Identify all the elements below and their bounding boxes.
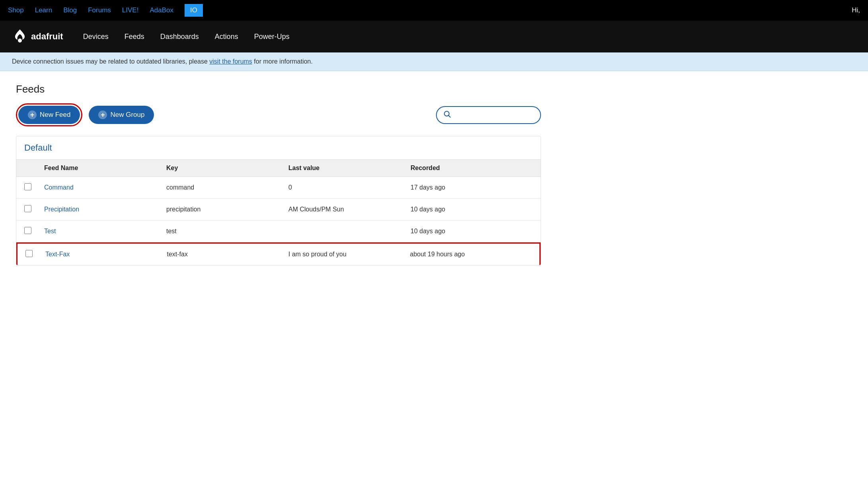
feed-recorded-command: 17 days ago bbox=[411, 184, 533, 191]
table-row: Test test 10 days ago bbox=[16, 221, 541, 242]
feed-value-text-fax: I am so proud of you bbox=[288, 251, 410, 258]
table-row: Precipitation precipitation AM Clouds/PM… bbox=[16, 199, 541, 221]
page-content: Feeds + New Feed + New Group Default bbox=[0, 71, 557, 277]
nav-live[interactable]: LIVE! bbox=[122, 6, 139, 14]
info-banner-text: Device connection issues may be related … bbox=[12, 58, 209, 65]
feed-link-command[interactable]: Command bbox=[44, 184, 74, 191]
nav-devices[interactable]: Devices bbox=[83, 33, 109, 41]
feed-name-precipitation: Precipitation bbox=[44, 206, 166, 213]
main-nav: Devices Feeds Dashboards Actions Power-U… bbox=[83, 33, 290, 41]
row-checkbox-command[interactable] bbox=[24, 183, 44, 192]
feed-name-command: Command bbox=[44, 184, 166, 191]
page-title: Feeds bbox=[16, 83, 541, 95]
top-nav-links: Shop Learn Blog Forums LIVE! AdaBox IO bbox=[8, 4, 203, 17]
nav-actions[interactable]: Actions bbox=[215, 33, 238, 41]
top-nav-greeting: Hi, bbox=[852, 6, 860, 14]
plus-icon: + bbox=[28, 110, 37, 119]
svg-line-2 bbox=[449, 115, 451, 117]
col-header-key: Key bbox=[166, 165, 288, 172]
new-feed-wrapper: + New Feed bbox=[16, 103, 82, 126]
feed-recorded-text-fax: about 19 hours ago bbox=[410, 251, 532, 258]
nav-blog[interactable]: Blog bbox=[63, 6, 77, 14]
feed-name-test: Test bbox=[44, 228, 166, 235]
checkbox-precipitation[interactable] bbox=[24, 205, 31, 212]
checkbox-command[interactable] bbox=[24, 183, 31, 190]
col-header-recorded: Recorded bbox=[411, 165, 533, 172]
feed-link-text-fax[interactable]: Text-Fax bbox=[45, 251, 70, 258]
nav-feeds[interactable]: Feeds bbox=[125, 33, 144, 41]
search-box bbox=[436, 106, 541, 124]
row-checkbox-text-fax[interactable] bbox=[25, 250, 45, 259]
feed-recorded-test: 10 days ago bbox=[411, 228, 533, 235]
feed-name-text-fax: Text-Fax bbox=[45, 251, 167, 258]
logo[interactable]: adafruit bbox=[12, 29, 63, 45]
feed-key-test: test bbox=[166, 228, 288, 235]
main-header: adafruit Devices Feeds Dashboards Action… bbox=[0, 21, 868, 52]
section-header: Default bbox=[16, 136, 541, 160]
row-checkbox-precipitation[interactable] bbox=[24, 205, 44, 214]
table-header: Feed Name Key Last value Recorded bbox=[16, 160, 541, 177]
nav-adabox[interactable]: AdaBox bbox=[150, 6, 173, 14]
button-row: + New Feed + New Group bbox=[16, 103, 541, 126]
row-checkbox-test[interactable] bbox=[24, 227, 44, 236]
info-banner: Device connection issues may be related … bbox=[0, 52, 868, 71]
feed-recorded-precipitation: 10 days ago bbox=[411, 206, 533, 213]
nav-io[interactable]: IO bbox=[185, 4, 203, 17]
visit-forums-link[interactable]: visit the forums bbox=[209, 58, 252, 65]
svg-point-0 bbox=[18, 39, 22, 43]
feed-link-precipitation[interactable]: Precipitation bbox=[44, 206, 79, 213]
search-input[interactable] bbox=[454, 111, 534, 118]
feed-key-text-fax: text-fax bbox=[167, 251, 289, 258]
nav-shop[interactable]: Shop bbox=[8, 6, 24, 14]
nav-forums[interactable]: Forums bbox=[88, 6, 111, 14]
col-header-last-value: Last value bbox=[288, 165, 411, 172]
top-nav: Shop Learn Blog Forums LIVE! AdaBox IO H… bbox=[0, 0, 868, 21]
table-row-text-fax: Text-Fax text-fax I am so proud of you a… bbox=[16, 242, 541, 265]
col-header-checkbox bbox=[24, 165, 44, 172]
nav-learn[interactable]: Learn bbox=[35, 6, 52, 14]
nav-power-ups[interactable]: Power-Ups bbox=[254, 33, 290, 41]
table-row: Command command 0 17 days ago bbox=[16, 177, 541, 199]
nav-dashboards[interactable]: Dashboards bbox=[160, 33, 199, 41]
checkbox-test[interactable] bbox=[24, 227, 31, 234]
new-group-button[interactable]: + New Group bbox=[89, 106, 154, 124]
feed-key-command: command bbox=[166, 184, 288, 191]
search-icon bbox=[443, 110, 451, 120]
logo-icon bbox=[12, 29, 28, 45]
plus-icon-group: + bbox=[98, 110, 107, 119]
new-feed-label: New Feed bbox=[40, 111, 70, 119]
feed-value-precipitation: AM Clouds/PM Sun bbox=[288, 206, 411, 213]
logo-text: adafruit bbox=[31, 31, 63, 42]
checkbox-text-fax[interactable] bbox=[25, 250, 33, 257]
feed-key-precipitation: precipitation bbox=[166, 206, 288, 213]
feed-value-command: 0 bbox=[288, 184, 411, 191]
feeds-section: Default Feed Name Key Last value Recorde… bbox=[16, 136, 541, 265]
feed-link-test[interactable]: Test bbox=[44, 228, 56, 234]
info-banner-text-after: for more information. bbox=[254, 58, 313, 65]
col-header-feed-name: Feed Name bbox=[44, 165, 166, 172]
new-group-label: New Group bbox=[110, 111, 144, 119]
new-feed-button[interactable]: + New Feed bbox=[18, 106, 80, 124]
